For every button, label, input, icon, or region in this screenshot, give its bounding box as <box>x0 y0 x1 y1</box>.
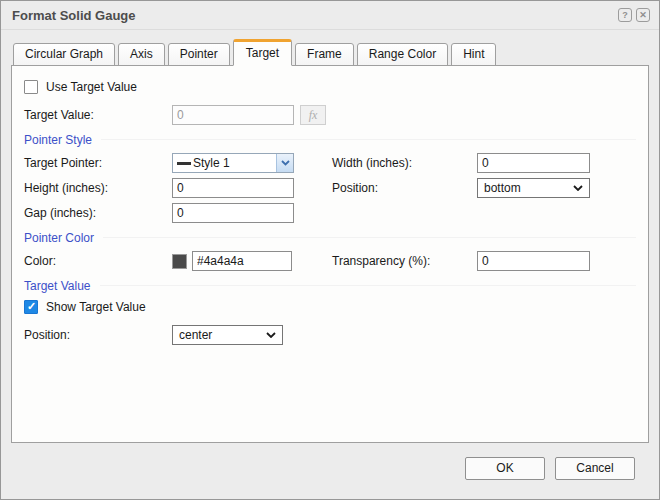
section-target-value: Target Value <box>24 278 636 293</box>
tab-target[interactable]: Target <box>233 39 292 66</box>
cancel-button[interactable]: Cancel <box>555 457 635 480</box>
target-value-label: Target Value: <box>24 108 172 122</box>
show-target-value-checkbox[interactable] <box>24 300 38 314</box>
tab-circular-graph[interactable]: Circular Graph <box>13 43 115 66</box>
target-pointer-label: Target Pointer: <box>24 156 172 170</box>
target-value-row: Target Value: fx <box>24 105 636 125</box>
position-value: bottom <box>484 181 573 195</box>
titlebar-buttons: ? ✕ <box>618 8 650 22</box>
pointer-style-heading: Pointer Style <box>24 133 92 147</box>
use-target-value-label: Use Target Value <box>46 80 137 94</box>
position-label: Position: <box>332 181 477 195</box>
chevron-down-icon[interactable] <box>276 154 293 172</box>
position-select[interactable]: bottom <box>477 178 590 198</box>
section-pointer-style: Pointer Style <box>24 132 636 147</box>
height-position-row: Height (inches): Position: bottom <box>24 178 636 198</box>
tab-bar: Circular Graph Axis Pointer Target Frame… <box>11 39 649 66</box>
tab-axis[interactable]: Axis <box>118 43 165 66</box>
target-position-row: Position: center <box>24 325 636 345</box>
dialog-content: Circular Graph Axis Pointer Target Frame… <box>1 30 659 480</box>
transparency-input[interactable] <box>477 251 590 271</box>
use-target-value-row: Use Target Value <box>24 79 636 95</box>
transparency-label: Transparency (%): <box>332 254 477 268</box>
target-value-input[interactable] <box>172 105 294 125</box>
color-label: Color: <box>24 254 172 268</box>
title-bar: Format Solid Gauge ? ✕ <box>1 1 659 30</box>
target-tab-panel: Use Target Value Target Value: fx Pointe… <box>11 65 649 443</box>
target-position-value: center <box>179 328 266 342</box>
target-pointer-value: Style 1 <box>193 156 230 170</box>
width-label: Width (inches): <box>332 156 477 170</box>
format-solid-gauge-dialog: { "dialog": { "title": "Format Solid Gau… <box>0 0 660 500</box>
target-pointer-row: Target Pointer: Style 1 Width (inches): <box>24 153 636 173</box>
dialog-title: Format Solid Gauge <box>12 8 136 23</box>
height-label: Height (inches): <box>24 181 172 195</box>
target-position-select[interactable]: center <box>172 325 283 345</box>
color-swatch[interactable] <box>172 254 187 269</box>
target-position-label: Position: <box>24 328 172 342</box>
dialog-footer: OK Cancel <box>11 443 649 480</box>
ok-button[interactable]: OK <box>465 457 545 480</box>
width-input[interactable] <box>477 153 590 173</box>
color-row: Color: Transparency (%): <box>24 251 636 271</box>
section-divider <box>101 139 636 140</box>
fx-button[interactable]: fx <box>300 105 326 125</box>
tab-range-color[interactable]: Range Color <box>357 43 448 66</box>
use-target-value-checkbox[interactable] <box>24 80 38 94</box>
gap-input[interactable] <box>172 203 294 223</box>
section-pointer-color: Pointer Color <box>24 230 636 245</box>
line-style-icon <box>177 162 191 165</box>
height-input[interactable] <box>172 178 294 198</box>
tab-frame[interactable]: Frame <box>295 43 354 66</box>
gap-label: Gap (inches): <box>24 206 172 220</box>
tab-pointer[interactable]: Pointer <box>168 43 230 66</box>
pointer-color-heading: Pointer Color <box>24 231 94 245</box>
section-divider <box>103 237 636 238</box>
close-icon[interactable]: ✕ <box>636 8 650 22</box>
help-icon[interactable]: ? <box>618 8 632 22</box>
chevron-down-icon <box>266 332 276 338</box>
chevron-down-icon <box>573 185 583 191</box>
gap-row: Gap (inches): <box>24 203 636 223</box>
show-target-value-label: Show Target Value <box>46 300 146 314</box>
color-input[interactable] <box>192 251 292 271</box>
target-value-heading: Target Value <box>24 279 91 293</box>
tab-hint[interactable]: Hint <box>451 43 496 66</box>
target-pointer-select[interactable]: Style 1 <box>172 153 294 173</box>
show-target-value-row: Show Target Value <box>24 299 636 315</box>
section-divider <box>100 285 637 286</box>
